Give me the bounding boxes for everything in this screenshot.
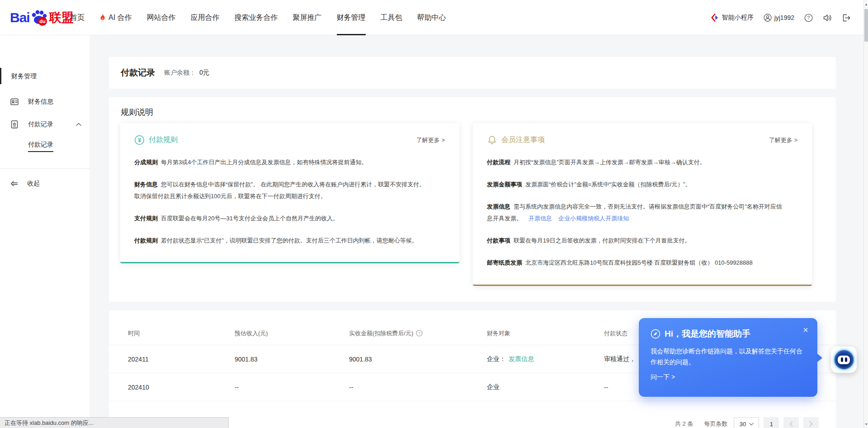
cell-time: 202411 [128,356,235,363]
sidebar-item-finance-info[interactable]: 财务信息 [0,93,90,111]
logo-text-bai: Bai [10,10,30,25]
nav-item-app[interactable]: 应用合作 [191,0,220,35]
member-notices-content: 付款流程月初按“发票信息”页面开具发票→上传发票→邮寄发票→审核→确认支付。 发… [487,157,783,269]
help-icon[interactable]: ? [804,14,813,22]
question-circle-icon[interactable]: ? [416,330,423,337]
payment-rules-header: ¥ 付款规则 了解更多 > [134,135,445,145]
assistant-body: 我会帮助您诊断合作链路问题，以及解答您关于任何合作相关的问题。 [651,346,804,367]
baidu-union-finance-page: Bai du 联盟 首页 AI 合作 [0,0,868,428]
notice-item: 发票金额事项发票票面“价税合计”金额=系统中“实收金额（扣除税费后/元）”。 [487,179,783,190]
cell-actual: 9001.83 [349,356,487,363]
sound-icon[interactable] [823,14,832,22]
member-notices-title: 会员注意事项 [501,135,545,145]
compass-icon [651,329,660,339]
nav-item-help-center[interactable]: 帮助中心 [417,0,446,35]
scrollbar-thumb[interactable] [864,9,868,42]
rule-item: 付款规则若付款状态显示“已支付”，说明联盟已安排了您的付款。支付后三个工作日内到… [134,235,430,247]
sidebar-divider [0,168,90,169]
assistant-title: Hi，我是您的智能助手 [665,328,750,340]
cell-finance: 企业：发票信息 [487,355,604,363]
payment-rules-card: ¥ 付款规则 了解更多 > 分成规则每月第3或4个工作日产出上月分成信息及发票信… [120,123,459,263]
nav-item-home[interactable]: 首页 [70,0,85,35]
pagination: 共 2 条 每页条数 30 1 [675,417,819,428]
chevron-up-icon[interactable] [76,123,81,126]
status-text: 正在等待 xlab.baidu.com 的响应... [5,419,94,427]
nav-item-screen-promo[interactable]: 聚屏推广 [293,0,322,35]
chevron-down-icon [749,423,754,426]
svg-text:?: ? [418,331,420,336]
id-card-icon [10,97,19,106]
page-header-card: 付款记录 账户余额： 0元 [109,57,836,89]
invoice-info-link[interactable]: 开票信息 [528,215,552,222]
username: jyj1992 [774,14,794,21]
assistant-popup: Hi，我是您的智能助手 × 我会帮助您诊断合作链路问题，以及解答您关于任何合作相… [639,318,817,397]
rule-item: 财务信息您可以在财务信息中选择“保留付款”。 在此期间您产生的收入将在账户内进行… [134,179,430,202]
baidu-paw-icon: du [30,9,48,27]
payment-rules-content: 分成规则每月第3或4个工作日产出上月分成信息及发票信息，如有特殊情况将提前通知。… [134,157,430,247]
per-page-select[interactable]: 30 [734,417,759,428]
nav-item-toolkit[interactable]: 工具包 [381,0,402,35]
assistant-header: Hi，我是您的智能助手 [651,328,806,340]
payment-rules-title: 付款规则 [149,135,178,145]
col-finance-object: 财务对象 [487,329,604,338]
scroll-up-arrow[interactable]: ▲ [864,1,868,7]
close-icon[interactable]: × [803,324,808,335]
baidu-union-logo[interactable]: Bai du 联盟 [10,7,74,28]
smart-program-entry[interactable]: 智能小程序 [711,14,754,22]
svg-text:?: ? [807,15,810,20]
nav-item-finance[interactable]: 财务管理 [337,0,366,35]
svg-text:¥: ¥ [138,137,141,143]
account-balance: 账户余额： 0元 [164,57,209,89]
per-page-label: 每页条数 [704,420,727,428]
member-notices-header: 会员注意事项 了解更多 > [487,135,797,145]
assistant-ask-link[interactable]: 问一下 > [651,373,806,381]
col-actual-amount: 实收金额(扣除税费后/元) ? [349,329,487,338]
svg-text:du: du [39,19,45,24]
notice-item: 付款事项联盟在每月19日之后签收的发票，付款时间安排在下个月首批支付。 [487,235,783,247]
sidebar-subitem-payment-records[interactable]: 付款记录 [28,138,53,154]
collapse-icon [10,180,19,187]
page-title: 付款记录 [121,57,155,89]
notice-item: 发票信息需与系统内发票信息内容完全一致，否则无法支付。请根据发票信息页面中“百度… [487,201,783,224]
vertical-scrollbar[interactable]: ▲ ▼ [863,0,868,428]
notice-item: 邮寄纸质发票北京市海淀区西北旺东路10号院百度科技园5号楼 百度联盟财务组（收）… [487,257,783,269]
user-account[interactable]: jyj1992 [764,14,794,22]
badge-star-icon [10,120,19,129]
rules-section-title: 规则说明 [121,107,153,118]
main-menu: 首页 AI 合作 网站合作 应用合作 搜索业务合作 聚屏推广 财务管理 工具包 … [70,0,446,35]
total-count: 共 2 条 [675,420,693,428]
browser-status-bar: 正在等待 xlab.baidu.com 的响应... [0,417,229,428]
sidebar-collapse-button[interactable]: 收起 [0,176,90,192]
sidebar-section-finance[interactable]: 财务管理 [0,68,90,84]
nav-item-search-business[interactable]: 搜索业务合作 [235,0,278,35]
rule-item: 支付规则百度联盟会在每月20号—31号支付企业会员上个自然月产生的收入。 [134,213,430,224]
col-estimated-income: 预估收入(元) [235,329,349,338]
cell-finance: 企业 [487,383,604,391]
top-nav: Bai du 联盟 首页 AI 合作 [0,0,863,35]
flame-icon [99,14,106,22]
small-taxpayer-guide-link[interactable]: 企业小规模纳税人开票须知 [558,215,629,222]
scroll-down-arrow[interactable]: ▼ [864,421,868,427]
sidebar-item-payment-records[interactable]: 付款记录 [0,115,90,133]
balance-value: 0元 [199,69,209,77]
nav-item-ai[interactable]: AI 合作 [99,0,132,35]
cell-actual: -- [349,384,487,391]
page-number-1[interactable]: 1 [764,417,779,428]
bell-icon [487,135,497,145]
robot-icon [834,349,854,370]
logout-icon[interactable] [842,14,851,22]
next-page-button[interactable] [803,417,819,428]
notice-item: 付款流程月初按“发票信息”页面开具发票→上传发票→邮寄发票→审核→确认支付。 [487,157,783,168]
coin-yen-icon: ¥ [134,135,145,145]
active-section-indicator [0,68,1,84]
assistant-robot-button[interactable] [831,347,857,373]
cell-estimated: -- [235,384,349,391]
rules-section-card: 规则说明 ¥ 付款规则 了解更多 > 分成规则每月第3或4个工作日产出上月分成信… [109,97,836,302]
member-notices-more-link[interactable]: 了解更多 > [769,136,797,144]
cell-estimated: 9001.83 [235,356,349,363]
member-notices-card: 会员注意事项 了解更多 > 付款流程月初按“发票信息”页面开具发票→上传发票→邮… [473,123,812,286]
payment-rules-more-link[interactable]: 了解更多 > [416,136,445,144]
prev-page-button[interactable] [783,417,799,428]
nav-item-website[interactable]: 网站合作 [147,0,176,35]
invoice-detail-link[interactable]: 发票信息 [509,355,534,362]
